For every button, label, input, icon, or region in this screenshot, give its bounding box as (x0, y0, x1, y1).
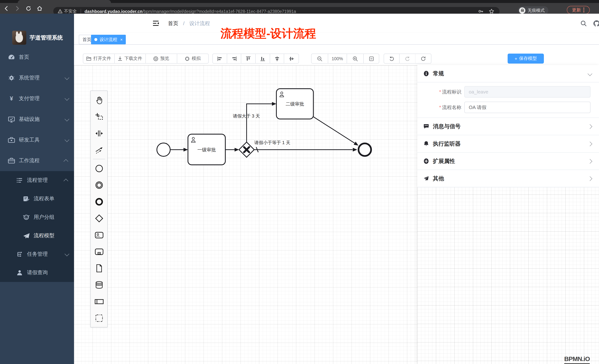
sidebar-item-label: 任务管理 (27, 251, 48, 258)
align-left-icon[interactable] (213, 54, 227, 63)
sidebar-item-process-model[interactable]: 流程模型 (0, 227, 74, 245)
key-icon[interactable] (478, 8, 484, 14)
zoom-in-icon[interactable] (347, 54, 364, 63)
browser-active-tab[interactable] (18, 0, 111, 3)
download-file-button[interactable]: 下载文件 (115, 54, 146, 63)
chevron-down-icon (65, 116, 69, 121)
back-icon[interactable] (1, 4, 11, 12)
redo-icon[interactable] (400, 54, 415, 63)
group-icon[interactable] (91, 310, 107, 326)
section-general[interactable]: 常规 (417, 65, 599, 82)
url-text[interactable]: dashboard.yudao.iocoder.cn/bpm/manager/m… (85, 9, 296, 14)
properties-panel: 常规 *流程标识 *流程名称 消息与信号 执行监听器 (417, 65, 599, 364)
sidebar-item-task-management[interactable]: 任务管理 (0, 245, 74, 263)
yen-icon: ¥ (7, 95, 16, 102)
tag-design-process[interactable]: 设计流程 × (91, 35, 126, 44)
data-object-icon[interactable] (91, 260, 107, 276)
sidebar-item-home[interactable]: 首页 (0, 47, 74, 68)
sidebar-item-leave-query[interactable]: 请假查询 (0, 263, 74, 282)
button-label: 打开文件 (93, 55, 111, 62)
intermediate-event-icon[interactable] (91, 177, 107, 193)
close-icon[interactable]: × (120, 37, 123, 42)
user-task-icon[interactable] (91, 227, 107, 243)
plus-icon: + (515, 56, 517, 61)
space-tool-icon[interactable] (91, 125, 107, 142)
send-icon (423, 176, 429, 181)
button-label: 下载文件 (124, 55, 142, 62)
breadcrumb-home[interactable]: 首页 (168, 20, 178, 26)
zoom-value: 100% (332, 56, 343, 61)
palette-separator (93, 159, 105, 159)
start-event-icon[interactable] (91, 160, 107, 177)
paper-plane-icon (22, 232, 30, 239)
tree-icon (16, 251, 24, 258)
section-other[interactable]: 其他 (417, 170, 599, 187)
data-store-icon[interactable] (91, 276, 107, 293)
sidebar: 芋道管理系统 首页 系统管理 ¥ 支付管理 基础设施 (0, 14, 74, 364)
form-edit-icon (22, 195, 30, 202)
reload-icon[interactable] (24, 4, 33, 12)
undo-icon[interactable] (384, 54, 400, 63)
sidebar-item-process-form[interactable]: 流程表单 (0, 190, 74, 208)
align-bottom-icon[interactable] (256, 54, 270, 63)
section-extended-properties[interactable]: 扩展属性 (417, 153, 599, 170)
sidebar-item-workflow[interactable]: 工作流程 (0, 150, 74, 171)
sidebar-item-system[interactable]: 系统管理 (0, 68, 74, 88)
divider (80, 9, 81, 14)
sidebar-item-infra[interactable]: 基础设施 (0, 109, 74, 130)
chevron-up-icon (63, 159, 68, 163)
sidebar-menu: 首页 系统管理 ¥ 支付管理 基础设施 研发工具 (0, 47, 74, 282)
align-center-horizontal-icon[interactable] (284, 54, 299, 63)
info-icon (423, 71, 429, 76)
refresh-icon[interactable] (415, 54, 431, 63)
align-right-icon[interactable] (227, 54, 241, 63)
process-key-input[interactable] (464, 86, 590, 98)
incognito-icon (519, 7, 525, 14)
sidebar-item-process-management[interactable]: 流程管理 (0, 171, 74, 190)
lasso-tool-icon[interactable] (91, 108, 107, 125)
chevron-right-icon (588, 176, 592, 181)
collapse-menu-icon[interactable] (151, 18, 161, 28)
search-icon[interactable] (579, 18, 588, 28)
participant-icon[interactable] (91, 293, 107, 310)
process-name-input[interactable] (464, 102, 590, 113)
chevron-down-icon (65, 96, 69, 100)
preview-button[interactable]: 预览 (146, 54, 177, 63)
security-warning[interactable]: 不安全 (58, 8, 77, 14)
sidebar-item-devtools[interactable]: 研发工具 (0, 130, 74, 150)
sidebar-submenu-workflow: 流程管理 流程表单 用户分组 流程模型 任务管理 (0, 171, 74, 282)
button-label: 模拟 (192, 55, 201, 62)
end-event-icon[interactable] (91, 193, 107, 210)
bpmn-io-logo[interactable]: BPMN.iO (564, 356, 590, 364)
zoom-out-icon[interactable] (311, 54, 328, 63)
sidebar-item-user-group[interactable]: 用户分组 (0, 208, 74, 227)
forward-icon[interactable] (13, 4, 22, 12)
plus-circle-icon (423, 158, 429, 164)
section-message-signal[interactable]: 消息与信号 (417, 118, 599, 135)
required-asterisk: * (439, 89, 441, 94)
simulate-button[interactable]: 模拟 (177, 54, 208, 63)
align-center-vertical-icon[interactable] (270, 54, 284, 63)
hand-tool-icon[interactable] (91, 92, 107, 108)
toolbox-icon (7, 137, 16, 143)
save-model-button[interactable]: + 保存模型 (508, 54, 544, 64)
subprocess-icon[interactable] (91, 243, 107, 260)
star-icon[interactable] (489, 8, 494, 14)
align-top-icon[interactable] (241, 54, 256, 63)
monitor-icon (7, 116, 16, 123)
global-connect-icon[interactable] (91, 142, 107, 158)
user-group-icon (22, 214, 30, 221)
gateway-icon[interactable] (91, 210, 107, 227)
reset-viewport-icon[interactable] (364, 54, 379, 63)
designer-toolbar: 打开文件 下载文件 预览 模拟 100% (74, 45, 599, 65)
open-file-button[interactable]: 打开文件 (83, 54, 115, 63)
bell-icon (423, 141, 429, 147)
home-icon[interactable] (35, 4, 44, 12)
sidebar-item-label: 支付管理 (19, 95, 40, 102)
github-icon[interactable] (592, 18, 599, 28)
section-execution-listener[interactable]: 执行监听器 (417, 135, 599, 153)
chevron-right-icon (588, 159, 592, 163)
update-button[interactable]: 更新 (567, 6, 590, 14)
kebab-menu-icon[interactable] (583, 7, 585, 13)
sidebar-item-payment[interactable]: ¥ 支付管理 (0, 88, 74, 109)
